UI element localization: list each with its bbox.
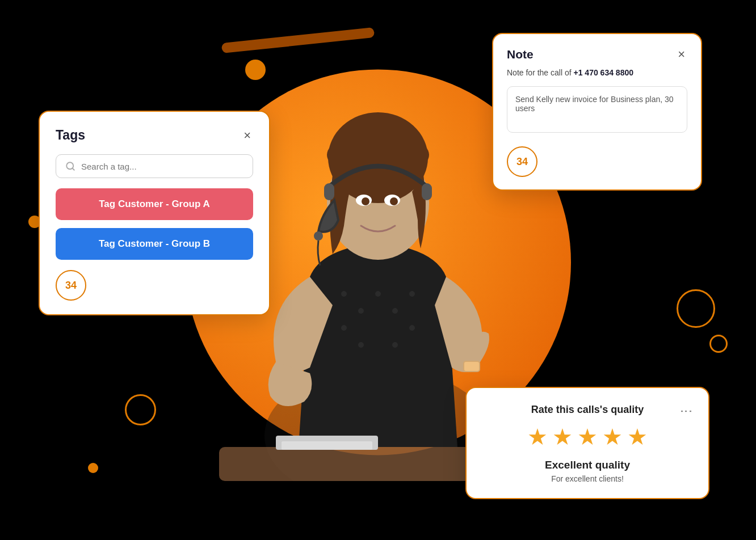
quality-label: Excellent quality [482,459,692,471]
stars-row: ★ ★ ★ ★ ★ [482,424,692,450]
star-2[interactable]: ★ [552,424,573,450]
svg-point-3 [375,291,381,297]
search-box [56,154,253,178]
rating-title: Rate this calls's quality [482,404,692,416]
svg-point-4 [392,308,398,314]
svg-point-16 [362,197,369,205]
svg-point-13 [328,112,428,203]
tags-card-title: Tags [56,128,85,143]
star-4[interactable]: ★ [602,424,623,450]
tags-card: Tags × Tag Customer - Group A Tag Custom… [39,111,270,315]
svg-point-5 [409,291,415,297]
search-icon [65,161,75,171]
tags-counter-circle: 34 [56,270,86,301]
svg-point-9 [409,325,415,331]
star-3[interactable]: ★ [577,424,598,450]
note-counter-circle: 34 [507,146,537,177]
quality-sublabel: For excellent clients! [482,474,692,483]
svg-line-27 [72,168,74,170]
search-input[interactable] [81,162,243,171]
deco-circle-4 [677,289,715,328]
svg-point-8 [392,342,398,348]
rating-card: Rate this calls's quality ⋮ ★ ★ ★ ★ ★ Ex… [465,387,709,499]
note-card-title: Note [507,48,534,61]
note-textarea[interactable]: Send Kelly new invoice for Business plan… [507,86,687,133]
tag-group-a-button[interactable]: Tag Customer - Group A [56,188,253,220]
svg-rect-25 [282,441,372,450]
tag-group-b-button[interactable]: Tag Customer - Group B [56,228,253,260]
svg-point-1 [341,291,347,297]
svg-point-2 [358,308,364,314]
tags-close-button[interactable]: × [241,129,253,142]
deco-circle-2 [125,394,156,425]
svg-rect-22 [464,362,479,371]
deco-dot-2 [88,463,98,473]
deco-circle-1 [245,60,266,80]
star-1[interactable]: ★ [527,424,548,450]
svg-point-6 [341,325,347,331]
svg-point-17 [390,197,398,205]
svg-point-20 [314,231,323,241]
star-5[interactable]: ★ [627,424,648,450]
note-close-button[interactable]: × [675,48,687,61]
svg-rect-19 [422,183,432,200]
svg-point-7 [358,342,364,348]
three-dots-icon[interactable]: ⋮ [679,405,694,417]
svg-rect-18 [324,183,334,200]
deco-circle-5 [709,335,728,353]
note-subtitle: Note for the call of +1 470 634 8800 [507,68,687,77]
note-card: Note × Note for the call of +1 470 634 8… [492,33,702,191]
